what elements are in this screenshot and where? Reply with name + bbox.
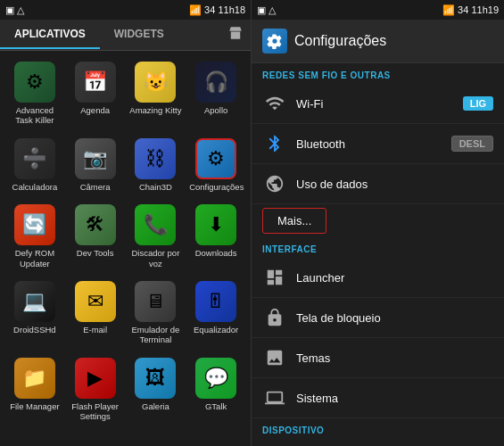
app-label-discador: Discador por voz <box>128 248 182 268</box>
app-item-gtalk[interactable]: 💬GTalk <box>186 352 245 427</box>
mais-button[interactable]: Mais... <box>262 208 326 234</box>
settings-icon-launcher <box>262 265 287 290</box>
right-panel: ▣ △ 📶 34 11h19 Configurações REDES SEM F… <box>252 0 504 446</box>
left-status-bar: ▣ △ 📶 34 11h18 <box>0 0 251 20</box>
settings-item-bloqueio[interactable]: Tela de bloqueio <box>252 298 504 338</box>
app-label-atk: Advanced Task Killer <box>8 105 62 126</box>
app-icon-equalizador: 🎚 <box>195 281 236 322</box>
settings-icon-bluetooth <box>262 131 287 156</box>
section-header: INTERFACE <box>252 237 504 258</box>
settings-item-sistema[interactable]: Sistema <box>252 378 504 418</box>
app-item-chain3d[interactable]: ⛓Chain3D <box>127 133 186 197</box>
app-icon-galeria: 🖼 <box>135 358 176 399</box>
app-icon-downloads: ⬇ <box>195 204 236 245</box>
app-label-galeria: Galeria <box>142 401 169 411</box>
app-label-configuracoes: Configurações <box>189 182 243 192</box>
app-icon-emulador: 🖥 <box>135 281 176 322</box>
app-item-downloads[interactable]: ⬇Downloads <box>186 199 245 274</box>
app-icon-agenda: 📅 <box>75 62 116 103</box>
right-status-right: 📶 34 11h19 <box>442 4 499 16</box>
section-header: REDES SEM FIO E OUTRAS <box>252 63 504 84</box>
app-label-equalizador: Equalizador <box>194 325 238 334</box>
app-item-equalizador[interactable]: 🎚Equalizador <box>186 276 245 351</box>
app-icon-atk: ⚙ <box>14 62 55 103</box>
left-status-right: 📶 34 11h18 <box>189 4 245 16</box>
app-icon-chain3d: ⛓ <box>135 138 176 179</box>
app-label-gtalk: GTalk <box>205 401 227 411</box>
app-item-filemanager[interactable]: 📁File Manager <box>5 352 64 427</box>
settings-item-launcher[interactable]: Launcher <box>252 258 504 298</box>
app-label-camera: Câmera <box>80 182 111 192</box>
settings-label-bloqueio: Tela de bloqueio <box>296 311 493 325</box>
settings-label-launcher: Launcher <box>296 271 493 285</box>
app-icon-amazingkitty: 😺 <box>135 62 176 103</box>
app-item-defy[interactable]: 🔄Defy ROM Updater <box>5 199 64 274</box>
settings-icon-temas <box>262 345 287 370</box>
settings-item-wifi[interactable]: Wi-FiLIG <box>252 84 504 124</box>
app-item-agenda[interactable]: 📅Agenda <box>66 56 125 131</box>
app-icon-camera: 📷 <box>75 138 116 179</box>
settings-label-bluetooth: Bluetooth <box>296 137 442 151</box>
app-label-apollo: Apollo <box>204 105 227 115</box>
right-status-icons: ▣ △ <box>257 4 276 16</box>
left-status-icons: ▣ △ <box>5 4 24 16</box>
app-label-emulador: Emulador de Terminal <box>128 325 182 345</box>
app-label-flash: Flash Player Settings <box>69 401 122 422</box>
app-icon-gtalk: 💬 <box>195 358 236 399</box>
app-label-chain3d: Chain3D <box>139 182 172 192</box>
app-item-devtools[interactable]: 🛠Dev Tools <box>66 199 125 274</box>
settings-item-temas[interactable]: Temas <box>252 338 504 378</box>
config-title: Configurações <box>294 33 386 49</box>
app-icon-devtools: 🛠 <box>75 204 116 245</box>
apps-grid: ⚙Advanced Task Killer📅Agenda😺Amazing Kit… <box>0 51 251 433</box>
app-label-droidsshd: DroidSSHd <box>13 325 56 334</box>
app-icon-email: ✉ <box>75 281 116 322</box>
app-icon-defy: 🔄 <box>14 204 55 245</box>
tab-widgets[interactable]: WIDGETS <box>100 21 178 49</box>
app-label-email: E-mail <box>83 325 107 334</box>
section-header: DISPOSITIVO <box>252 418 504 439</box>
settings-icon-wifi <box>262 91 287 116</box>
app-item-droidsshd[interactable]: 💻DroidSSHd <box>5 276 64 351</box>
settings-icon-sistema <box>262 385 287 410</box>
app-item-amazingkitty[interactable]: 😺Amazing Kitty <box>127 56 186 131</box>
app-label-amazingkitty: Amazing Kitty <box>129 105 181 115</box>
right-status-bar: ▣ △ 📶 34 11h19 <box>252 0 504 20</box>
app-item-discador[interactable]: 📞Discador por voz <box>127 199 186 274</box>
app-icon-apollo: 🎧 <box>195 62 236 103</box>
app-icon-configuracoes: ⚙ <box>195 138 236 179</box>
settings-content: REDES SEM FIO E OUTRASWi-FiLIGBluetoothD… <box>252 63 504 439</box>
app-icon-calc: ➗ <box>14 138 55 179</box>
app-item-calc[interactable]: ➗Calculadora <box>5 133 64 197</box>
tab-apps[interactable]: APLICATIVOS <box>0 21 100 49</box>
config-header: Configurações <box>252 20 504 63</box>
settings-item-bluetooth[interactable]: BluetoothDESL <box>252 124 504 164</box>
settings-label-wifi: Wi-Fi <box>296 97 454 111</box>
app-item-flash[interactable]: ▶Flash Player Settings <box>66 352 125 427</box>
app-item-camera[interactable]: 📷Câmera <box>66 133 125 197</box>
app-icon-droidsshd: 💻 <box>14 281 55 322</box>
settings-item-dados[interactable]: Uso de dados <box>252 164 504 204</box>
app-item-emulador[interactable]: 🖥Emulador de Terminal <box>127 276 186 351</box>
app-label-calc: Calculadora <box>12 182 58 192</box>
toggle-wifi[interactable]: LIG <box>463 96 493 111</box>
config-header-icon <box>262 29 287 54</box>
app-item-galeria[interactable]: 🖼Galeria <box>127 352 186 427</box>
app-icon-filemanager: 📁 <box>14 358 55 399</box>
store-button[interactable] <box>220 20 251 50</box>
app-label-downloads: Downloads <box>195 248 237 258</box>
app-label-devtools: Dev Tools <box>77 248 114 258</box>
app-item-email[interactable]: ✉E-mail <box>66 276 125 351</box>
app-icon-discador: 📞 <box>135 204 176 245</box>
settings-label-temas: Temas <box>296 351 493 365</box>
tab-bar: APLICATIVOS WIDGETS <box>0 20 251 51</box>
app-item-configuracoes[interactable]: ⚙Configurações <box>186 133 245 197</box>
app-item-atk[interactable]: ⚙Advanced Task Killer <box>5 56 64 131</box>
app-label-agenda: Agenda <box>80 105 110 115</box>
settings-label-dados: Uso de dados <box>296 178 493 191</box>
settings-icon-dados <box>262 171 287 196</box>
app-icon-flash: ▶ <box>75 358 116 399</box>
app-item-apollo[interactable]: 🎧Apollo <box>186 56 245 131</box>
toggle-bluetooth[interactable]: DESL <box>451 136 493 152</box>
settings-label-sistema: Sistema <box>296 392 493 405</box>
